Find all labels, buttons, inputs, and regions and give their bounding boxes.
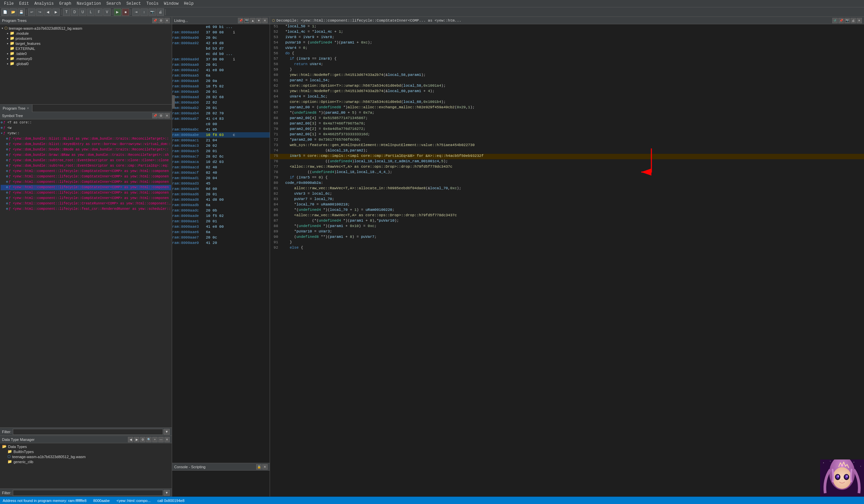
- sym-label-yew: ƒ <yew::: [3, 131, 20, 136]
- sym-item-comp2[interactable]: ⊕ ƒ <yew::html::component::lifecycle::Co…: [1, 174, 171, 180]
- save-btn[interactable]: 💾: [17, 9, 25, 16]
- tree-item-global0[interactable]: ▸ 📁 .global0: [1, 61, 170, 66]
- sym-item-eventdesc-clone[interactable]: ⊕ ƒ <yew::dom_bundle::subtree_root::Even…: [1, 158, 171, 163]
- sym-item-comp5[interactable]: ⊕ ƒ <yew::html::component::lifecycle::Co…: [1, 190, 171, 196]
- st-btn2[interactable]: ⚙: [158, 113, 164, 119]
- console-lock-btn[interactable]: 🔒: [256, 464, 262, 470]
- listing-up-btn[interactable]: ▲: [250, 18, 255, 23]
- menu-select[interactable]: Select: [123, 1, 143, 7]
- print-btn[interactable]: 🖨: [157, 9, 164, 16]
- dt-item-wasm-dt[interactable]: ⬡ teenage-wasm-a1b7b6323d80512_bg.wasm: [1, 454, 171, 459]
- tree-item-wasm[interactable]: ▾ ⬡ teenage-wasm-a1b7b6323d80512_bg.wasm: [1, 26, 170, 31]
- tree-item-producers[interactable]: ▸ 📁 producers: [1, 36, 170, 41]
- sym-item-comp3[interactable]: ⊕ ƒ <yew::html::component::lifecycle::Co…: [1, 180, 171, 185]
- tree-item-memory0[interactable]: ▸ 📁 .memory0: [1, 56, 170, 61]
- dt-item-datatypes[interactable]: 📂 Data Types: [1, 444, 171, 449]
- menu-navigation[interactable]: Navigation: [74, 1, 104, 7]
- tree-item-module[interactable]: ▸ 📁 .module: [1, 31, 170, 36]
- menu-help[interactable]: Help: [181, 1, 196, 7]
- menu-edit[interactable]: Edit: [16, 1, 32, 7]
- forward-btn[interactable]: ▶: [52, 9, 60, 16]
- camera-btn[interactable]: 📷: [148, 9, 156, 16]
- dt-item-generic[interactable]: 📁 generic_clib: [1, 459, 171, 464]
- sym-label-evclone: ƒ <yew::dom_bundle::subtree_root::EventD…: [9, 158, 169, 163]
- t-btn[interactable]: T: [63, 9, 70, 16]
- dc-refresh-btn[interactable]: ↺: [832, 18, 838, 23]
- t0-folder-icon: 📁: [10, 51, 14, 56]
- pt-pin-btn[interactable]: 📌: [152, 18, 158, 23]
- sym-item-comp6[interactable]: ⊕ ƒ <yew::html::component::lifecycle::Co…: [1, 196, 171, 201]
- symbol-tree-filter-input[interactable]: [13, 429, 163, 435]
- sym-item-braw[interactable]: ⊕ ƒ <yew::dom_bundle::braw::BRaw as yew:…: [1, 152, 171, 158]
- sym-item-keyedentry[interactable]: ⊕ ƒ <yew::dom_bundle::blist::KeyedEntry …: [1, 142, 171, 147]
- menu-window[interactable]: Window: [161, 1, 181, 7]
- sym-item-createrunner[interactable]: ⊕ ƒ <yew::html::component::lifecycle::Cr…: [1, 201, 171, 207]
- dc-btn3[interactable]: 🖨: [851, 18, 856, 23]
- sym-item-comp1[interactable]: ⊕ ƒ <yew::html::component::lifecycle::Co…: [1, 169, 171, 174]
- dtm-btn1[interactable]: 🔍: [146, 437, 152, 442]
- menu-analysis[interactable]: Analysis: [32, 1, 57, 7]
- dtm-gear-btn[interactable]: ⚙: [140, 437, 145, 442]
- sym-item-renderedrunner[interactable]: ⊕ ƒ <yew::html::component::lifecycle::fe…: [1, 207, 171, 212]
- line-content-51: *local_50 = 1;: [281, 24, 316, 28]
- listing-close-btn[interactable]: ✕: [262, 18, 268, 23]
- dtm-back-btn[interactable]: ◀: [128, 437, 133, 442]
- dtm-fwd-btn[interactable]: ▶: [134, 437, 140, 442]
- menu-tools[interactable]: Tools: [144, 1, 161, 7]
- pt-settings-btn[interactable]: ⚙: [158, 18, 164, 23]
- new-btn[interactable]: 📄: [1, 9, 9, 16]
- listing-btn1[interactable]: 📌: [238, 18, 243, 23]
- stop-btn[interactable]: ■: [122, 9, 129, 16]
- symbol-tree-filter-btn[interactable]: ▼: [164, 429, 170, 435]
- data-type-filter-btn[interactable]: ▼: [164, 490, 170, 496]
- line-content-77: <alloc::raw_vec::RawVec<T,A> as core::op…: [281, 164, 452, 169]
- listing-down-btn[interactable]: ▼: [256, 18, 262, 23]
- data-type-filter-input[interactable]: [13, 490, 163, 496]
- redo-btn[interactable]: ↪: [36, 9, 44, 16]
- sym-item-yew[interactable]: ▾ ƒ <yew::: [1, 131, 171, 136]
- listing-btn2[interactable]: 📷: [244, 18, 249, 23]
- dc-btn2[interactable]: 📷: [844, 18, 850, 23]
- st-close-btn[interactable]: ✕: [164, 113, 170, 119]
- listing-scroll[interactable]: e6 99 b1 ... ram:8000aa8d 37 00 08 i ram…: [172, 24, 270, 463]
- dtm-btn2[interactable]: +: [152, 437, 158, 442]
- sym-item-blist[interactable]: ⊕ ƒ <yew::dom_bundle::blist::BList as ye…: [1, 136, 171, 142]
- f-btn[interactable]: F: [95, 9, 103, 16]
- u-btn[interactable]: U: [79, 9, 86, 16]
- dc-close-btn[interactable]: ✕: [856, 18, 862, 23]
- tree-item-external[interactable]: 📁 EXTERNAL: [1, 46, 170, 51]
- tree-item-table0[interactable]: ▸ 📁 .table0: [1, 51, 170, 56]
- l-btn[interactable]: L: [87, 9, 95, 16]
- pt-tab-close[interactable]: ✕: [27, 107, 29, 110]
- tab-program-tree[interactable]: Program Tree ✕: [0, 105, 32, 112]
- sym-item-w[interactable]: ⊕ ƒ <w: [1, 125, 171, 131]
- sym-item-T[interactable]: ⊕ ƒ <T as core::: [1, 120, 171, 125]
- run-btn[interactable]: ▶: [114, 9, 121, 16]
- code-line-84: 84 *local_70 = uRam00100218;: [270, 202, 864, 208]
- sym-item-comp4-selected[interactable]: ⊕ ƒ <yew::html::component::lifecycle::Co…: [1, 185, 171, 190]
- menu-graph[interactable]: Graph: [56, 1, 74, 7]
- menu-search[interactable]: Search: [104, 1, 123, 7]
- step2-btn[interactable]: ↕: [141, 9, 148, 16]
- addr: ram:8000aac7: [172, 155, 206, 159]
- console-close-btn[interactable]: ✕: [262, 464, 268, 470]
- menu-file[interactable]: File: [1, 1, 16, 7]
- tree-item-target-features[interactable]: ▸ 📁 target_features: [1, 41, 170, 46]
- back-btn[interactable]: ◀: [44, 9, 52, 16]
- sym-item-bnode[interactable]: ⊕ ƒ <yew::dom_bundle::bnode::BNode as ye…: [1, 147, 171, 152]
- step-btn[interactable]: ⇥: [132, 9, 140, 16]
- sym-braw-icon: ⊕: [6, 153, 8, 158]
- undo-btn[interactable]: ↩: [28, 9, 35, 16]
- dtm-btn3[interactable]: —: [158, 437, 164, 442]
- pt-close-btn[interactable]: ✕: [164, 18, 170, 23]
- line-content-80: code_r0x8000ab2a:: [281, 181, 323, 185]
- v-btn[interactable]: V: [103, 9, 111, 16]
- d-btn[interactable]: D: [71, 9, 78, 16]
- sym-item-eventdesc-eq[interactable]: ⊕ ƒ <yew::dom_bundle::subtree_root::Even…: [1, 163, 171, 169]
- st-btn1[interactable]: 📌: [152, 113, 158, 119]
- dt-item-builtin[interactable]: 📁 BuiltInTypes: [1, 449, 171, 454]
- open-btn[interactable]: 📂: [10, 9, 17, 16]
- dc-btn1[interactable]: 📌: [838, 18, 844, 23]
- decompile-scroll[interactable]: 51 *local_50 = 1; 52 *local_4c = *local_…: [270, 24, 864, 496]
- dtm-close-btn[interactable]: ✕: [164, 437, 170, 442]
